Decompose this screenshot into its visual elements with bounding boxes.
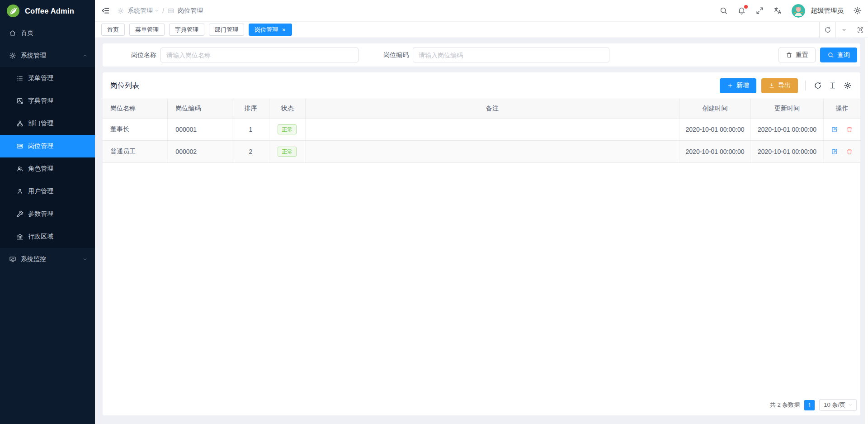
tab-menu-management[interactable]: 菜单管理: [129, 24, 165, 36]
navbar-actions: 超级管理员: [719, 4, 862, 18]
cell-sort: 1: [232, 119, 269, 141]
chevron-down-icon: [82, 257, 88, 262]
pagination-total: 共 2 条数据: [770, 401, 800, 409]
tab-home[interactable]: 首页: [101, 24, 125, 36]
scrollbar-track[interactable]: [865, 38, 868, 424]
cell-post-name: 普通员工: [103, 141, 168, 163]
sidebar-item-dept-management[interactable]: 部门管理: [0, 112, 95, 135]
refresh-tab-button[interactable]: [819, 22, 835, 38]
edit-row-button[interactable]: [831, 126, 838, 133]
export-button[interactable]: 导出: [761, 78, 798, 93]
sidebar-submenu-system: 菜单管理 字典管理 部门管理 岗位管理 角色管理: [0, 67, 95, 248]
post-code-input[interactable]: [413, 48, 609, 62]
id-badge-icon: [16, 143, 24, 150]
translate-icon[interactable]: [774, 6, 782, 15]
tabs-bar: 首页 菜单管理 字典管理 部门管理 岗位管理: [95, 22, 868, 38]
search-form-card: 岗位名称 岗位编码 重置 查询: [103, 43, 860, 67]
sidebar-item-user-management[interactable]: 用户管理: [0, 180, 95, 203]
main-area: 系统管理 / 岗位管理: [95, 0, 868, 424]
notifications-bell-icon[interactable]: [737, 6, 746, 15]
close-icon[interactable]: [282, 28, 286, 32]
tab-label: 首页: [107, 26, 119, 34]
home-icon: [9, 29, 16, 37]
sidebar-item-system-monitor[interactable]: 系统监控: [0, 248, 95, 271]
gear-icon: [844, 81, 852, 90]
user-name[interactable]: 超级管理员: [811, 6, 844, 15]
column-header-post-name: 岗位名称: [103, 99, 168, 119]
cell-created: 2020-10-01 00:00:00: [679, 119, 751, 141]
sidebar-item-admin-region[interactable]: 行政区域: [0, 225, 95, 248]
page-1-button[interactable]: 1: [804, 400, 815, 410]
column-header-actions: 操作: [823, 99, 860, 119]
sidebar-item-post-management[interactable]: 岗位管理: [0, 135, 95, 157]
breadcrumb-separator: /: [162, 7, 164, 14]
refresh-table-button[interactable]: [813, 81, 823, 90]
cell-post-name: 董事长: [103, 119, 168, 141]
column-settings-button[interactable]: [843, 81, 853, 90]
page-content: 岗位名称 岗位编码 重置 查询: [95, 38, 868, 424]
cell-status: 正常: [269, 119, 305, 141]
delete-row-button[interactable]: [846, 126, 853, 133]
sidebar-item-dict-management[interactable]: 字典管理: [0, 90, 95, 112]
list-icon: [16, 75, 24, 82]
query-button-label: 查询: [837, 51, 850, 59]
cell-remark: [306, 141, 679, 163]
delete-row-button[interactable]: [846, 148, 853, 155]
sidebar-item-menu-management[interactable]: 菜单管理: [0, 67, 95, 90]
sidebar-item-system-management[interactable]: 系统管理: [0, 44, 95, 67]
sidebar-item-label: 首页: [21, 29, 88, 37]
sidebar-item-label: 系统管理: [21, 52, 78, 60]
tab-dict-management[interactable]: 字典管理: [169, 24, 204, 36]
tab-label: 部门管理: [215, 26, 238, 34]
trash-icon: [786, 52, 793, 58]
column-header-status: 状态: [269, 99, 305, 119]
sidebar-item-role-management[interactable]: 角色管理: [0, 157, 95, 180]
cell-remark: [306, 119, 679, 141]
sidebar-item-label: 部门管理: [28, 119, 88, 128]
add-button[interactable]: 新增: [720, 78, 756, 93]
edit-row-button[interactable]: [831, 148, 838, 155]
settings-gear-icon[interactable]: [853, 6, 862, 15]
download-icon: [769, 82, 775, 89]
query-button[interactable]: 查询: [820, 48, 857, 62]
tabs-dropdown-button[interactable]: [835, 22, 852, 38]
page-size-select[interactable]: 10 条/页: [819, 399, 857, 411]
row-height-button[interactable]: [828, 81, 838, 90]
sidebar-item-home[interactable]: 首页: [0, 22, 95, 44]
fullscreen-icon[interactable]: [755, 6, 764, 15]
maximize-content-button[interactable]: [852, 22, 868, 38]
post-code-field-group: 岗位编码: [383, 48, 609, 62]
column-header-post-code: 岗位编码: [168, 99, 232, 119]
post-code-label: 岗位编码: [383, 51, 409, 59]
roles-icon: [16, 165, 24, 172]
tab-dept-management[interactable]: 部门管理: [209, 24, 244, 36]
plus-icon: [727, 82, 733, 89]
text-height-icon: [829, 81, 837, 90]
chevron-down-icon: [848, 402, 853, 408]
post-list-card: 岗位列表 新增 导出: [103, 72, 860, 415]
tab-label: 字典管理: [175, 26, 198, 34]
spring-leaf-logo-icon: [6, 4, 20, 18]
cell-actions: [823, 119, 860, 141]
user-avatar[interactable]: [792, 4, 805, 18]
post-name-field-group: 岗位名称: [131, 48, 359, 62]
action-divider: [842, 127, 842, 133]
tab-post-management[interactable]: 岗位管理: [249, 24, 292, 36]
sidebar-collapse-toggle[interactable]: [101, 6, 110, 15]
reset-button[interactable]: 重置: [778, 48, 816, 62]
search-icon[interactable]: [719, 6, 728, 15]
breadcrumb-section[interactable]: 系统管理: [127, 7, 159, 15]
post-name-input[interactable]: [160, 48, 359, 62]
column-header-remark: 备注: [306, 99, 679, 119]
panel-toolbar: 新增 导出: [720, 78, 853, 93]
table-header-row: 岗位名称 岗位编码 排序 状态 备注 创建时间 更新时间 操作: [103, 99, 860, 119]
sidebar-item-label: 用户管理: [28, 187, 88, 195]
refresh-icon: [824, 26, 831, 33]
sidebar: Coffee Admin 首页 系统管理 菜单管理 字典管理: [0, 0, 95, 424]
user-icon: [16, 188, 24, 195]
sidebar-item-param-management[interactable]: 参数管理: [0, 203, 95, 225]
app-logo[interactable]: Coffee Admin: [0, 0, 95, 22]
status-badge: 正常: [278, 147, 297, 157]
panel-title: 岗位列表: [110, 81, 139, 91]
sidebar-item-label: 参数管理: [28, 210, 88, 218]
